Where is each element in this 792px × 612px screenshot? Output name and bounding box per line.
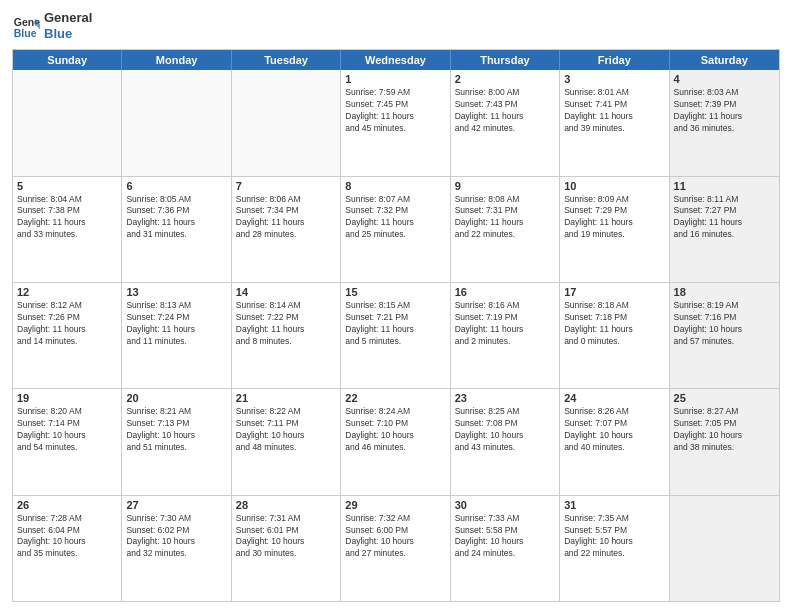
calendar-cell: 9Sunrise: 8:08 AM Sunset: 7:31 PM Daylig… (451, 177, 560, 282)
cell-text: Sunrise: 8:25 AM Sunset: 7:08 PM Dayligh… (455, 406, 555, 454)
calendar-cell: 24Sunrise: 8:26 AM Sunset: 7:07 PM Dayli… (560, 389, 669, 494)
calendar-row-4: 19Sunrise: 8:20 AM Sunset: 7:14 PM Dayli… (13, 389, 779, 495)
calendar-cell: 31Sunrise: 7:35 AM Sunset: 5:57 PM Dayli… (560, 496, 669, 601)
day-number: 23 (455, 392, 555, 404)
calendar-header: SundayMondayTuesdayWednesdayThursdayFrid… (13, 50, 779, 70)
weekday-header-saturday: Saturday (670, 50, 779, 70)
calendar-cell: 14Sunrise: 8:14 AM Sunset: 7:22 PM Dayli… (232, 283, 341, 388)
cell-text: Sunrise: 8:15 AM Sunset: 7:21 PM Dayligh… (345, 300, 445, 348)
cell-text: Sunrise: 8:03 AM Sunset: 7:39 PM Dayligh… (674, 87, 775, 135)
cell-text: Sunrise: 8:18 AM Sunset: 7:18 PM Dayligh… (564, 300, 664, 348)
calendar: SundayMondayTuesdayWednesdayThursdayFrid… (12, 49, 780, 602)
day-number: 27 (126, 499, 226, 511)
calendar-cell: 28Sunrise: 7:31 AM Sunset: 6:01 PM Dayli… (232, 496, 341, 601)
cell-text: Sunrise: 8:07 AM Sunset: 7:32 PM Dayligh… (345, 194, 445, 242)
calendar-cell: 25Sunrise: 8:27 AM Sunset: 7:05 PM Dayli… (670, 389, 779, 494)
cell-text: Sunrise: 7:28 AM Sunset: 6:04 PM Dayligh… (17, 513, 117, 561)
calendar-cell: 7Sunrise: 8:06 AM Sunset: 7:34 PM Daylig… (232, 177, 341, 282)
header: General Blue General Blue (12, 10, 780, 41)
cell-text: Sunrise: 8:06 AM Sunset: 7:34 PM Dayligh… (236, 194, 336, 242)
calendar-cell: 19Sunrise: 8:20 AM Sunset: 7:14 PM Dayli… (13, 389, 122, 494)
day-number: 11 (674, 180, 775, 192)
cell-text: Sunrise: 7:31 AM Sunset: 6:01 PM Dayligh… (236, 513, 336, 561)
calendar-cell: 10Sunrise: 8:09 AM Sunset: 7:29 PM Dayli… (560, 177, 669, 282)
cell-text: Sunrise: 8:05 AM Sunset: 7:36 PM Dayligh… (126, 194, 226, 242)
day-number: 26 (17, 499, 117, 511)
logo-icon: General Blue (12, 12, 40, 40)
cell-text: Sunrise: 8:09 AM Sunset: 7:29 PM Dayligh… (564, 194, 664, 242)
calendar-row-3: 12Sunrise: 8:12 AM Sunset: 7:26 PM Dayli… (13, 283, 779, 389)
day-number: 16 (455, 286, 555, 298)
day-number: 5 (17, 180, 117, 192)
calendar-cell: 5Sunrise: 8:04 AM Sunset: 7:38 PM Daylig… (13, 177, 122, 282)
weekday-header-sunday: Sunday (13, 50, 122, 70)
cell-text: Sunrise: 8:21 AM Sunset: 7:13 PM Dayligh… (126, 406, 226, 454)
calendar-cell: 23Sunrise: 8:25 AM Sunset: 7:08 PM Dayli… (451, 389, 560, 494)
calendar-container: General Blue General Blue SundayMondayTu… (0, 0, 792, 612)
day-number: 9 (455, 180, 555, 192)
cell-text: Sunrise: 8:20 AM Sunset: 7:14 PM Dayligh… (17, 406, 117, 454)
day-number: 31 (564, 499, 664, 511)
calendar-cell: 30Sunrise: 7:33 AM Sunset: 5:58 PM Dayli… (451, 496, 560, 601)
calendar-cell (13, 70, 122, 175)
day-number: 8 (345, 180, 445, 192)
cell-text: Sunrise: 8:08 AM Sunset: 7:31 PM Dayligh… (455, 194, 555, 242)
calendar-cell (670, 496, 779, 601)
calendar-cell: 6Sunrise: 8:05 AM Sunset: 7:36 PM Daylig… (122, 177, 231, 282)
day-number: 3 (564, 73, 664, 85)
cell-text: Sunrise: 7:33 AM Sunset: 5:58 PM Dayligh… (455, 513, 555, 561)
calendar-cell: 2Sunrise: 8:00 AM Sunset: 7:43 PM Daylig… (451, 70, 560, 175)
day-number: 21 (236, 392, 336, 404)
day-number: 18 (674, 286, 775, 298)
calendar-cell: 4Sunrise: 8:03 AM Sunset: 7:39 PM Daylig… (670, 70, 779, 175)
day-number: 4 (674, 73, 775, 85)
calendar-cell: 18Sunrise: 8:19 AM Sunset: 7:16 PM Dayli… (670, 283, 779, 388)
cell-text: Sunrise: 8:14 AM Sunset: 7:22 PM Dayligh… (236, 300, 336, 348)
day-number: 6 (126, 180, 226, 192)
day-number: 29 (345, 499, 445, 511)
cell-text: Sunrise: 8:11 AM Sunset: 7:27 PM Dayligh… (674, 194, 775, 242)
calendar-cell: 8Sunrise: 8:07 AM Sunset: 7:32 PM Daylig… (341, 177, 450, 282)
calendar-cell: 3Sunrise: 8:01 AM Sunset: 7:41 PM Daylig… (560, 70, 669, 175)
cell-text: Sunrise: 8:13 AM Sunset: 7:24 PM Dayligh… (126, 300, 226, 348)
calendar-cell: 1Sunrise: 7:59 AM Sunset: 7:45 PM Daylig… (341, 70, 450, 175)
calendar-cell: 13Sunrise: 8:13 AM Sunset: 7:24 PM Dayli… (122, 283, 231, 388)
cell-text: Sunrise: 8:24 AM Sunset: 7:10 PM Dayligh… (345, 406, 445, 454)
day-number: 15 (345, 286, 445, 298)
logo: General Blue General Blue (12, 10, 92, 41)
cell-text: Sunrise: 7:32 AM Sunset: 6:00 PM Dayligh… (345, 513, 445, 561)
day-number: 25 (674, 392, 775, 404)
day-number: 17 (564, 286, 664, 298)
weekday-header-wednesday: Wednesday (341, 50, 450, 70)
day-number: 24 (564, 392, 664, 404)
calendar-cell (232, 70, 341, 175)
day-number: 1 (345, 73, 445, 85)
day-number: 13 (126, 286, 226, 298)
calendar-row-5: 26Sunrise: 7:28 AM Sunset: 6:04 PM Dayli… (13, 496, 779, 601)
calendar-cell: 27Sunrise: 7:30 AM Sunset: 6:02 PM Dayli… (122, 496, 231, 601)
day-number: 12 (17, 286, 117, 298)
svg-text:Blue: Blue (14, 26, 37, 38)
logo-text: General Blue (44, 10, 92, 41)
day-number: 10 (564, 180, 664, 192)
day-number: 20 (126, 392, 226, 404)
calendar-cell (122, 70, 231, 175)
weekday-header-thursday: Thursday (451, 50, 560, 70)
calendar-row-1: 1Sunrise: 7:59 AM Sunset: 7:45 PM Daylig… (13, 70, 779, 176)
day-number: 22 (345, 392, 445, 404)
calendar-row-2: 5Sunrise: 8:04 AM Sunset: 7:38 PM Daylig… (13, 177, 779, 283)
weekday-header-friday: Friday (560, 50, 669, 70)
day-number: 7 (236, 180, 336, 192)
cell-text: Sunrise: 7:35 AM Sunset: 5:57 PM Dayligh… (564, 513, 664, 561)
cell-text: Sunrise: 7:59 AM Sunset: 7:45 PM Dayligh… (345, 87, 445, 135)
cell-text: Sunrise: 8:01 AM Sunset: 7:41 PM Dayligh… (564, 87, 664, 135)
cell-text: Sunrise: 8:19 AM Sunset: 7:16 PM Dayligh… (674, 300, 775, 348)
weekday-header-monday: Monday (122, 50, 231, 70)
cell-text: Sunrise: 8:16 AM Sunset: 7:19 PM Dayligh… (455, 300, 555, 348)
day-number: 14 (236, 286, 336, 298)
calendar-cell: 16Sunrise: 8:16 AM Sunset: 7:19 PM Dayli… (451, 283, 560, 388)
cell-text: Sunrise: 8:00 AM Sunset: 7:43 PM Dayligh… (455, 87, 555, 135)
cell-text: Sunrise: 8:12 AM Sunset: 7:26 PM Dayligh… (17, 300, 117, 348)
calendar-body: 1Sunrise: 7:59 AM Sunset: 7:45 PM Daylig… (13, 70, 779, 601)
calendar-cell: 15Sunrise: 8:15 AM Sunset: 7:21 PM Dayli… (341, 283, 450, 388)
